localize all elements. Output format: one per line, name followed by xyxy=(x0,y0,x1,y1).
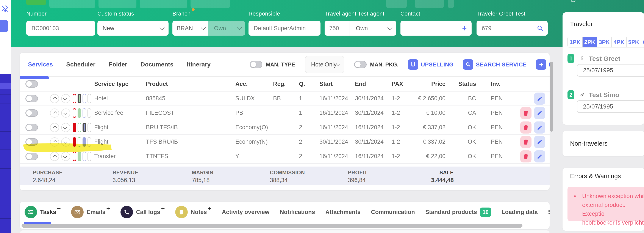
pk-tab-5[interactable]: 5PK xyxy=(626,37,641,47)
tab-emails[interactable]: Emails+ xyxy=(71,206,110,218)
nav-rail-menu[interactable] xyxy=(0,74,11,233)
branch-select[interactable]: BRAN xyxy=(172,21,208,36)
search-service-button[interactable]: SEARCH SERVICE xyxy=(463,59,526,70)
pk-tab-3[interactable]: 3PK xyxy=(597,37,612,47)
header-tab[interactable] xyxy=(448,0,454,8)
edit-service-button[interactable] xyxy=(534,150,545,162)
tab-attachments[interactable]: Attachments xyxy=(325,209,360,215)
vertical-scrollbar[interactable] xyxy=(550,62,553,132)
move-down-button[interactable] xyxy=(61,152,70,161)
add-contact-icon[interactable]: + xyxy=(462,24,467,32)
status-pill[interactable] xyxy=(73,108,76,118)
branch-own-select[interactable]: Own xyxy=(208,21,245,36)
tab-notifications[interactable]: Notifications xyxy=(280,209,315,215)
add-task-button[interactable]: + xyxy=(57,205,61,212)
tab-folder[interactable]: Folder xyxy=(109,61,128,68)
search-icon[interactable] xyxy=(537,25,543,32)
status-pill[interactable] xyxy=(82,108,86,118)
status-pill[interactable] xyxy=(73,123,76,132)
status-pill[interactable] xyxy=(82,152,86,161)
tab-scheduler[interactable]: Scheduler xyxy=(66,61,95,68)
new-line-button[interactable]: + NEW LINE xyxy=(536,59,550,70)
move-down-button[interactable] xyxy=(61,109,70,118)
responsible-input[interactable] xyxy=(248,21,320,36)
tab-documents[interactable]: Documents xyxy=(140,61,173,68)
number-input[interactable] xyxy=(26,21,95,36)
horizontal-scrollbar[interactable] xyxy=(22,224,522,227)
move-up-button[interactable] xyxy=(50,109,59,118)
move-up-button[interactable] xyxy=(50,123,59,132)
unpin-icon[interactable] xyxy=(0,4,9,13)
upselling-button[interactable]: U UPSELLING xyxy=(408,59,454,70)
man-pkg-toggle[interactable] xyxy=(354,61,366,68)
row-toggle[interactable] xyxy=(26,109,38,117)
tab-communication[interactable]: Communication xyxy=(371,209,415,215)
status-pill[interactable] xyxy=(82,123,86,132)
man-type-toggle[interactable] xyxy=(250,61,262,68)
add-email-button[interactable]: + xyxy=(106,205,110,212)
delete-service-button[interactable] xyxy=(520,150,532,162)
pk-tab-4[interactable]: 4PK xyxy=(612,37,626,47)
status-pill[interactable] xyxy=(88,123,91,132)
status-pill[interactable] xyxy=(88,137,91,147)
edit-service-button[interactable] xyxy=(534,121,545,134)
status-pill[interactable] xyxy=(88,152,91,161)
edit-service-button[interactable] xyxy=(534,93,545,105)
add-note-button[interactable]: + xyxy=(208,205,212,212)
delete-service-button[interactable] xyxy=(520,107,532,119)
status-pill[interactable] xyxy=(88,94,91,103)
select-all-toggle[interactable] xyxy=(26,80,38,88)
travel-agent-own-select[interactable]: Own xyxy=(350,21,396,36)
tab-tasks[interactable]: Tasks+ xyxy=(24,206,61,218)
pk-tab-1[interactable]: 1PK xyxy=(568,37,582,47)
pk-tab-2[interactable]: 2PK xyxy=(582,37,597,47)
status-pill[interactable] xyxy=(78,108,81,118)
delete-service-button[interactable] xyxy=(520,136,532,148)
status-pill[interactable] xyxy=(78,94,81,103)
edit-service-button[interactable] xyxy=(534,107,545,119)
tab-itinerary[interactable]: Itinerary xyxy=(187,61,211,68)
nav-rail-active-item[interactable] xyxy=(0,83,11,89)
header-tab[interactable] xyxy=(386,0,407,8)
header-tab[interactable] xyxy=(190,0,230,8)
status-pill[interactable] xyxy=(73,94,76,103)
row-toggle[interactable] xyxy=(26,95,38,102)
traveler-1-dob-input[interactable] xyxy=(577,64,644,77)
status-pill[interactable] xyxy=(82,94,86,103)
add-call-log-button[interactable]: + xyxy=(161,205,165,212)
status-pill[interactable] xyxy=(73,137,76,147)
status-pill[interactable] xyxy=(78,123,81,132)
tab-standard-products[interactable]: Standard products 10 xyxy=(425,207,491,217)
traveler-search-field[interactable]: 679 xyxy=(476,21,548,36)
move-up-button[interactable] xyxy=(50,137,59,146)
edit-service-button[interactable] xyxy=(534,136,545,148)
move-down-button[interactable] xyxy=(61,94,70,103)
header-tab[interactable] xyxy=(98,0,136,8)
header-tab-active[interactable] xyxy=(26,0,46,5)
traveler-2-dob-input[interactable] xyxy=(577,100,644,113)
contact-input[interactable]: + xyxy=(400,21,472,36)
header-tab[interactable] xyxy=(49,0,95,8)
header-tab[interactable] xyxy=(140,0,187,8)
status-pill[interactable] xyxy=(82,137,86,147)
row-toggle[interactable] xyxy=(26,153,38,160)
tab-notes[interactable]: Notes+ xyxy=(175,206,212,218)
status-pill[interactable] xyxy=(78,152,81,161)
tab-services[interactable]: Services xyxy=(28,61,53,68)
move-up-button[interactable] xyxy=(50,152,59,161)
travel-agent-number[interactable]: 750 xyxy=(324,21,350,36)
row-toggle[interactable] xyxy=(26,138,38,146)
header-tab[interactable] xyxy=(415,0,444,8)
move-down-button[interactable] xyxy=(61,137,70,146)
status-pill[interactable] xyxy=(73,152,76,161)
tab-loading-data[interactable]: Loading data xyxy=(502,209,538,215)
status-pill[interactable] xyxy=(78,137,81,147)
move-up-button[interactable] xyxy=(50,94,59,103)
tab-activity-overview[interactable]: Activity overview xyxy=(222,209,270,215)
tab-suppliers[interactable]: Supplie xyxy=(548,209,550,215)
status-pill[interactable] xyxy=(88,108,91,118)
move-down-button[interactable] xyxy=(61,123,70,132)
delete-service-button[interactable] xyxy=(520,121,532,134)
custom-status-select[interactable]: New xyxy=(98,21,168,36)
row-toggle[interactable] xyxy=(26,124,38,131)
